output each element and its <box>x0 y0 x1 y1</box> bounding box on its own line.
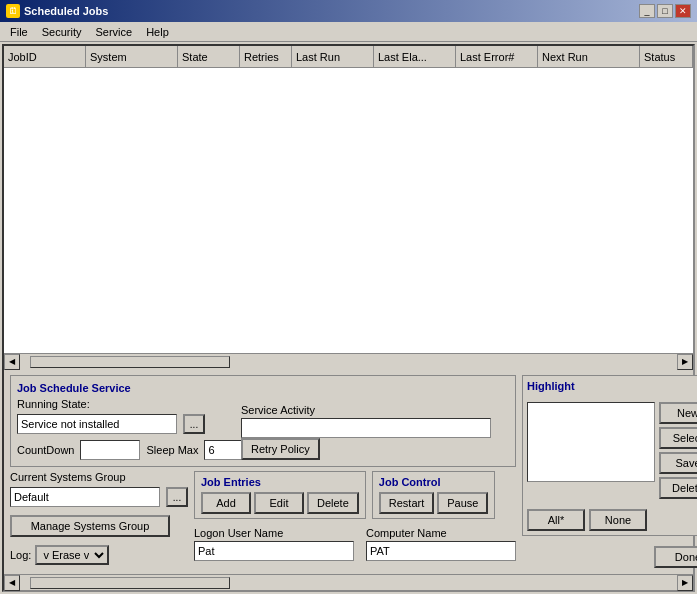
new-button[interactable]: New <box>659 402 697 424</box>
panel-main: Job Schedule Service Running State: ... … <box>10 375 687 568</box>
job-control-buttons: Restart Pause <box>379 492 489 514</box>
current-group-label: Current Systems Group <box>10 471 188 483</box>
bottom-scrollbar[interactable]: ◀ ▶ <box>4 574 693 590</box>
close-button[interactable]: ✕ <box>675 4 691 18</box>
countdown-label: CountDown <box>17 444 74 456</box>
app-icon: 🗓 <box>6 4 20 18</box>
log-row: Log: v Erase v <box>10 545 188 565</box>
highlight-label: Highlight <box>527 380 697 392</box>
countdown-input[interactable] <box>80 440 140 460</box>
restart-button[interactable]: Restart <box>379 492 434 514</box>
menu-bar: File Security Service Help <box>0 22 697 42</box>
highlight-buttons: New Select Save Delete <box>659 402 697 499</box>
minimize-button[interactable]: _ <box>639 4 655 18</box>
retry-policy-row: Retry Policy <box>241 438 320 460</box>
all-button[interactable]: All* <box>527 509 585 531</box>
pause-button[interactable]: Pause <box>437 492 488 514</box>
window-controls: _ □ ✕ <box>639 4 691 18</box>
highlight-section: Highlight New Select Save Delete All* No… <box>522 375 697 536</box>
title-bar: 🗓 Scheduled Jobs _ □ ✕ <box>0 0 697 22</box>
delete-highlight-button[interactable]: Delete <box>659 477 697 499</box>
computer-name-field: Computer Name <box>366 527 516 561</box>
current-group-row: ... <box>10 487 188 507</box>
col-lastelapsed: Last Ela... <box>374 46 456 67</box>
delete-entries-button[interactable]: Delete <box>307 492 359 514</box>
col-retries: Retries <box>240 46 292 67</box>
none-button[interactable]: None <box>589 509 647 531</box>
done-button[interactable]: Done <box>654 546 697 568</box>
logon-user-input[interactable] <box>194 541 354 561</box>
job-entries-label: Job Entries <box>201 476 359 488</box>
bottom-scroll-thumb[interactable] <box>30 577 230 589</box>
job-control-section: Job Control Restart Pause <box>372 471 496 519</box>
maximize-button[interactable]: □ <box>657 4 673 18</box>
top-scrollbar[interactable]: ◀ ▶ <box>4 353 693 369</box>
job-control-label: Job Control <box>379 476 489 488</box>
running-state-label: Running State: <box>17 398 90 410</box>
service-activity-input[interactable] <box>241 418 491 438</box>
computer-name-label: Computer Name <box>366 527 516 539</box>
window-title: Scheduled Jobs <box>24 5 108 17</box>
edit-button[interactable]: Edit <box>254 492 304 514</box>
entries-control-row: Job Entries Add Edit Delete Job Control <box>194 471 516 519</box>
service-activity-label: Service Activity <box>241 404 491 416</box>
menu-help[interactable]: Help <box>140 24 175 40</box>
service-activity-section: Service Activity <box>241 404 491 438</box>
job-entries-buttons: Add Edit Delete <box>201 492 359 514</box>
logon-user-label: Logon User Name <box>194 527 354 539</box>
running-state-browse-button[interactable]: ... <box>183 414 205 434</box>
bottom-scroll-track[interactable] <box>20 575 677 590</box>
menu-service[interactable]: Service <box>89 24 138 40</box>
save-button[interactable]: Save <box>659 452 697 474</box>
main-window: JobID System State Retries Last Run Last… <box>2 44 695 592</box>
col-lastrun: Last Run <box>292 46 374 67</box>
bottom-row: Current Systems Group ... Manage Systems… <box>10 471 516 565</box>
scroll-track[interactable] <box>20 354 677 369</box>
col-state: State <box>178 46 240 67</box>
job-entries-section: Job Entries Add Edit Delete <box>194 471 366 519</box>
panel-left: Job Schedule Service Running State: ... … <box>10 375 516 568</box>
bottom-scroll-left-button[interactable]: ◀ <box>4 575 20 591</box>
computer-name-input[interactable] <box>366 541 516 561</box>
log-label: Log: <box>10 549 31 561</box>
bottom-scroll-right-button[interactable]: ▶ <box>677 575 693 591</box>
done-row: Done <box>522 546 697 568</box>
scroll-right-button[interactable]: ▶ <box>677 354 693 370</box>
right-panel: Highlight New Select Save Delete All* No… <box>522 375 697 568</box>
col-lasterror: Last Error# <box>456 46 538 67</box>
left-bottom: Current Systems Group ... Manage Systems… <box>10 471 188 565</box>
table-area <box>4 68 693 353</box>
current-group-browse-button[interactable]: ... <box>166 487 188 507</box>
scroll-thumb[interactable] <box>30 356 230 368</box>
select-button[interactable]: Select <box>659 427 697 449</box>
highlight-list <box>527 402 655 482</box>
logon-user-field: Logon User Name <box>194 527 354 561</box>
column-headers: JobID System State Retries Last Run Last… <box>4 46 693 68</box>
menu-file[interactable]: File <box>4 24 34 40</box>
log-select[interactable]: v Erase v <box>35 545 109 565</box>
sleep-max-label: Sleep Max <box>146 444 198 456</box>
col-status: Status <box>640 46 693 67</box>
retry-policy-button[interactable]: Retry Policy <box>241 438 320 460</box>
job-schedule-service-section: Job Schedule Service Running State: ... … <box>10 375 516 467</box>
manage-systems-button[interactable]: Manage Systems Group <box>10 515 170 537</box>
service-section-label: Job Schedule Service <box>17 382 509 394</box>
middle-bottom: Job Entries Add Edit Delete Job Control <box>194 471 516 561</box>
col-system: System <box>86 46 178 67</box>
current-group-input[interactable] <box>10 487 160 507</box>
add-button[interactable]: Add <box>201 492 251 514</box>
logon-section: Logon User Name Computer Name <box>194 527 516 561</box>
sleep-max-input[interactable] <box>204 440 244 460</box>
all-none-row: All* None <box>527 509 697 531</box>
col-nextrun: Next Run <box>538 46 640 67</box>
menu-security[interactable]: Security <box>36 24 88 40</box>
col-jobid: JobID <box>4 46 86 67</box>
scroll-left-button[interactable]: ◀ <box>4 354 20 370</box>
bottom-panel: Job Schedule Service Running State: ... … <box>4 369 693 574</box>
running-state-input[interactable] <box>17 414 177 434</box>
